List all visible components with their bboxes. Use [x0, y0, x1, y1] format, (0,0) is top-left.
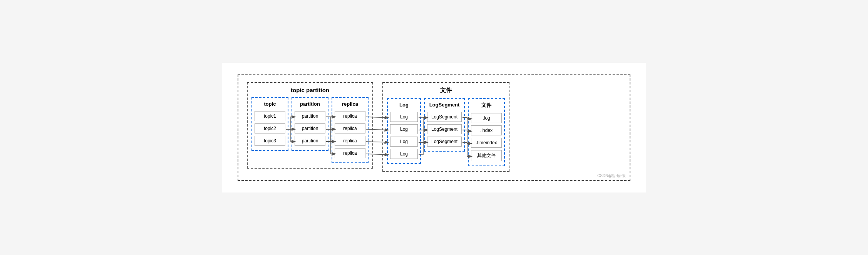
right-section: 文件 Log Log Log Log Log LogSegment LogSeg…	[382, 82, 509, 172]
topic-item-2: topic2	[255, 123, 285, 133]
replica-item-3: replica	[335, 136, 365, 146]
topic-item-3: topic3	[255, 136, 285, 146]
partition-item-1: partition	[295, 111, 325, 121]
replica-item-1: replica	[335, 111, 365, 121]
log-item-3: Log	[390, 137, 418, 147]
log-col: Log Log Log Log Log	[387, 98, 421, 164]
files-col-header: 文件	[471, 102, 502, 109]
partition-col: partition partition partition partition	[292, 97, 328, 151]
logsegment-item-3: LogSegment	[427, 137, 462, 147]
logsegment-col: LogSegment LogSegment LogSegment LogSegm…	[424, 98, 465, 152]
replica-item-4: replica	[335, 148, 365, 158]
files-item-2: .index	[471, 125, 502, 135]
log-col-header: Log	[390, 102, 418, 108]
partition-item-2: partition	[295, 123, 325, 133]
files-col: 文件 .log .index .timeindex 其他文件	[468, 98, 505, 166]
logsegment-col-header: LogSegment	[427, 102, 462, 108]
files-item-3: .timeindex	[471, 138, 502, 148]
watermark: CSDN@哲·㢏·果	[597, 173, 626, 179]
left-section: topic partition topic topic1 topic2 topi…	[247, 82, 373, 169]
topic-col: topic topic1 topic2 topic3	[251, 97, 288, 151]
files-item-4: 其他文件	[471, 150, 502, 161]
partition-col-header: partition	[295, 101, 325, 107]
log-item-4: Log	[390, 149, 418, 159]
right-section-label: 文件	[387, 87, 505, 94]
log-item-2: Log	[390, 124, 418, 134]
logsegment-item-2: LogSegment	[427, 124, 462, 134]
left-section-label: topic partition	[251, 87, 369, 93]
partition-item-3: partition	[295, 136, 325, 146]
diagram-container: topic partition topic topic1 topic2 topi…	[222, 63, 646, 193]
log-item-1: Log	[390, 112, 418, 122]
replica-col-header: replica	[335, 101, 365, 107]
replica-col: replica replica replica replica replica	[332, 97, 369, 163]
topic-item-1: topic1	[255, 111, 285, 121]
files-item-1: .log	[471, 113, 502, 123]
topic-col-header: topic	[255, 101, 285, 107]
replica-item-2: replica	[335, 123, 365, 133]
logsegment-item-1: LogSegment	[427, 112, 462, 122]
